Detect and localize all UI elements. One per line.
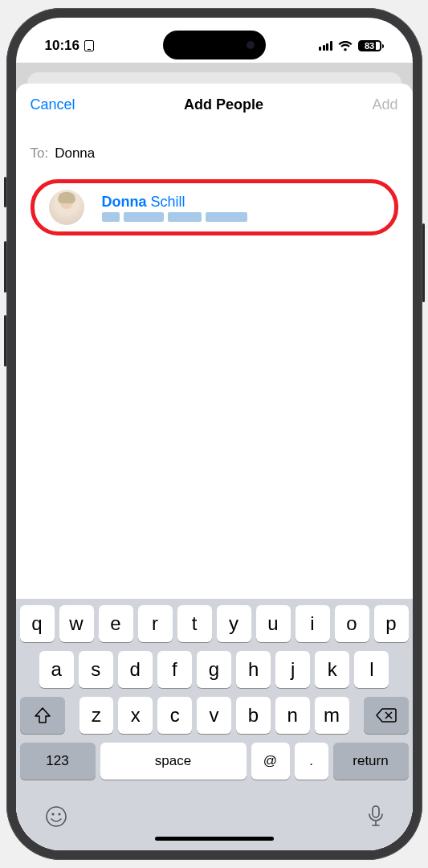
- key-z[interactable]: z: [79, 697, 114, 734]
- key-f[interactable]: f: [157, 651, 192, 688]
- screen: 10:16 83: [16, 18, 413, 850]
- contact-suggestion[interactable]: Donna Schill: [31, 179, 398, 235]
- phone-frame: 10:16 83: [6, 8, 422, 860]
- svg-rect-3: [373, 806, 379, 817]
- orientation-lock-icon: [84, 40, 94, 51]
- volume-up[interactable]: [4, 241, 6, 293]
- add-people-sheet: Cancel Add People Add To: Donna Donna Sc…: [16, 84, 413, 850]
- dynamic-island: [163, 31, 266, 59]
- key-row-2: asdfghjkl: [20, 651, 409, 688]
- return-key[interactable]: return: [333, 743, 409, 780]
- shift-key[interactable]: [20, 697, 65, 734]
- key-e[interactable]: e: [99, 605, 133, 642]
- key-h[interactable]: h: [236, 651, 271, 688]
- at-key[interactable]: @: [251, 743, 290, 780]
- key-u[interactable]: u: [256, 605, 291, 642]
- volume-down[interactable]: [4, 315, 6, 366]
- numeric-key[interactable]: 123: [20, 743, 96, 780]
- key-b[interactable]: b: [236, 697, 271, 734]
- period-key[interactable]: .: [295, 743, 328, 780]
- delete-key[interactable]: [364, 697, 409, 734]
- cellular-signal-icon: [319, 41, 332, 51]
- svg-point-0: [47, 807, 66, 826]
- nav-bar: Cancel Add People Add: [16, 84, 413, 123]
- add-button[interactable]: Add: [372, 96, 397, 113]
- key-q[interactable]: q: [20, 605, 55, 642]
- key-s[interactable]: s: [79, 651, 113, 688]
- key-row-1: qwertyuiop: [20, 605, 409, 642]
- status-time: 10:16: [45, 38, 79, 54]
- space-key[interactable]: space: [100, 743, 247, 780]
- page-title: Add People: [184, 96, 263, 113]
- to-input[interactable]: Donna: [55, 145, 95, 162]
- to-field[interactable]: To: Donna: [16, 123, 413, 168]
- key-d[interactable]: d: [118, 651, 153, 688]
- key-a[interactable]: a: [39, 651, 74, 688]
- svg-point-1: [51, 813, 54, 815]
- key-r[interactable]: r: [138, 605, 173, 642]
- emoji-key[interactable]: [44, 805, 68, 829]
- key-k[interactable]: k: [315, 651, 349, 688]
- power-button[interactable]: [422, 223, 425, 302]
- key-m[interactable]: m: [315, 697, 349, 734]
- key-i[interactable]: i: [296, 605, 330, 642]
- cancel-button[interactable]: Cancel: [31, 96, 75, 113]
- keyboard: qwertyuiop asdfghjkl zxcvbnm 123 space @…: [16, 599, 413, 850]
- mute-switch[interactable]: [4, 177, 6, 207]
- battery-indicator: 83: [358, 40, 384, 51]
- key-y[interactable]: y: [217, 605, 251, 642]
- avatar: [49, 190, 84, 225]
- key-p[interactable]: p: [374, 605, 409, 642]
- to-label: To:: [31, 145, 49, 162]
- key-v[interactable]: v: [197, 697, 231, 734]
- key-t[interactable]: t: [177, 605, 212, 642]
- battery-level: 83: [365, 41, 374, 51]
- key-l[interactable]: l: [354, 651, 389, 688]
- key-w[interactable]: w: [59, 605, 94, 642]
- key-row-3: zxcvbnm: [20, 697, 409, 734]
- key-c[interactable]: c: [157, 697, 192, 734]
- key-x[interactable]: x: [118, 697, 153, 734]
- dictation-key[interactable]: [367, 805, 385, 829]
- home-indicator[interactable]: [155, 837, 274, 841]
- svg-point-2: [58, 813, 60, 815]
- key-row-4: 123 space @ . return: [20, 743, 409, 780]
- key-n[interactable]: n: [275, 697, 310, 734]
- suggestion-name: Donna Schill: [102, 194, 247, 211]
- key-g[interactable]: g: [197, 651, 231, 688]
- suggestion-detail-redacted: [102, 212, 247, 222]
- key-j[interactable]: j: [275, 651, 310, 688]
- key-o[interactable]: o: [335, 605, 369, 642]
- wifi-icon: [338, 41, 353, 51]
